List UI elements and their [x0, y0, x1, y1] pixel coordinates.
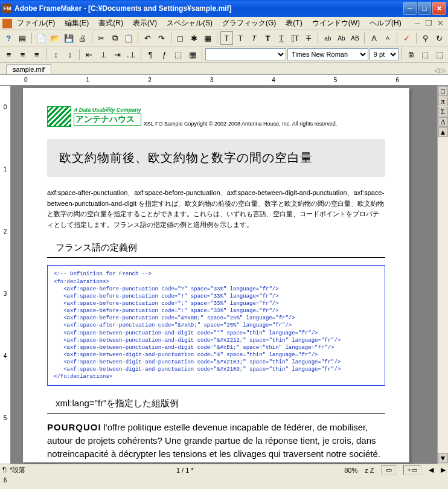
para-catalog-icon[interactable]: ¶	[144, 48, 157, 61]
attributes-icon[interactable]: ⬚	[433, 48, 446, 61]
borders-icon[interactable]: ▦	[186, 48, 199, 61]
catalog-icon[interactable]: ▤	[16, 31, 29, 45]
spacing-tight-icon[interactable]: ↕	[50, 48, 62, 61]
logo-row: A Data Usability Company アンテナハウス XSL FO …	[47, 106, 385, 127]
anchored-frame-icon[interactable]: ◻	[174, 31, 187, 45]
tab-center-icon[interactable]: ⊥	[97, 48, 109, 61]
dec-size-icon[interactable]: A	[382, 31, 394, 45]
section-heading-2: xml:lang="fr"を指定した組版例	[47, 397, 385, 414]
status-zz[interactable]: z Z	[365, 467, 374, 474]
scroll-up-icon[interactable]: ▲	[438, 127, 448, 137]
history-icon[interactable]: 🗎	[405, 48, 418, 61]
footnote-icon[interactable]: ✱	[188, 31, 200, 45]
tab-right-icon[interactable]: ⇥	[111, 48, 124, 61]
spellcheck-icon[interactable]: ✓	[400, 31, 413, 45]
vertical-ruler[interactable]: 0123456	[0, 86, 11, 464]
maximize-button[interactable]: □	[418, 2, 431, 15]
print-icon[interactable]: 🖨	[76, 31, 89, 45]
logo-jp: アンテナハウス	[74, 113, 141, 126]
tab-sample[interactable]: sample.mif	[6, 64, 51, 74]
new-icon[interactable]: 📄	[35, 31, 48, 45]
char-catalog-icon[interactable]: ƒ	[158, 48, 171, 61]
scroll-down-icon[interactable]: ▼	[438, 453, 448, 463]
help-icon[interactable]: ?	[2, 31, 15, 45]
strike-icon[interactable]: T	[302, 31, 315, 45]
font-size-combo[interactable]: 9 pt	[370, 48, 398, 60]
window-title: Adobe FrameMaker - [C:¥Documents and Set…	[14, 4, 403, 13]
equation-sigma-icon[interactable]: Σ	[438, 107, 448, 117]
repeat-find-icon[interactable]: ↻	[434, 31, 446, 45]
equation-delta-icon[interactable]: Δ	[438, 117, 448, 127]
uppercase-icon[interactable]: AB	[349, 31, 362, 45]
equation-pi-icon[interactable]: π	[438, 97, 448, 106]
body-paragraph: POURQUOI l'offre politique estelle deven…	[47, 421, 385, 462]
titlecase-icon[interactable]: Ab	[335, 31, 348, 45]
bold-icon[interactable]: T	[248, 31, 260, 45]
menu-file[interactable]: ファイル(F)	[12, 17, 60, 30]
spacing-wide-icon[interactable]: ↕	[63, 48, 76, 61]
font-combo[interactable]: Times New Roman	[287, 48, 368, 60]
mdi-restore-icon[interactable]: ❐	[423, 18, 434, 29]
mdi-minimize-icon[interactable]: ─	[413, 18, 422, 29]
scrollbar-track[interactable]	[438, 138, 448, 453]
status-scroll-right-icon[interactable]: ▶	[441, 466, 446, 474]
close-button[interactable]: ✕	[432, 2, 446, 15]
cut-icon[interactable]: ✂	[95, 31, 108, 45]
menu-help[interactable]: ヘルプ(H)	[365, 17, 406, 30]
text-frame-icon[interactable]: □	[438, 86, 448, 96]
code-block: <!-- Definition for French --> <fo:decla…	[47, 265, 385, 386]
change-bar-icon[interactable]: ⟦T	[289, 31, 301, 45]
status-scroll-left-icon[interactable]: ◀	[429, 466, 434, 474]
align-center-icon[interactable]: ≡	[16, 48, 29, 61]
menu-graphic[interactable]: グラフィック(G)	[217, 17, 281, 30]
redo-icon[interactable]: ↷	[155, 31, 168, 45]
align-right-icon[interactable]: ≡	[30, 48, 43, 61]
menu-window[interactable]: ウインドウ(W)	[307, 17, 365, 30]
menu-special[interactable]: スペシャル(S)	[162, 17, 217, 30]
logo-tagline: A Data Usability Company	[74, 107, 141, 113]
lowercase-icon[interactable]: ab	[321, 31, 334, 45]
underline-icon[interactable]: T	[275, 31, 288, 45]
status-box-1[interactable]: ▭	[382, 465, 396, 475]
tools-icon[interactable]: ⬚	[172, 48, 185, 61]
toolbar-main: ? ▤ 📄 📂 💾 🖨 ✂ ⧉ 📋 ↶ ↷ ◻ ✱ ▦ T T T T T ⟦T…	[0, 30, 448, 46]
toolbar-format: ≡ ≡ ≡ ↕ ↕ ⇤ ⊥ ⇥ .⊥ ¶ ƒ ⬚ ▦ Times New Rom…	[0, 46, 448, 63]
copy-icon[interactable]: ⧉	[109, 31, 121, 45]
workspace: 0123456 A Data Usability Company アンテナハウス…	[0, 86, 448, 464]
inc-size-icon[interactable]: A	[368, 31, 380, 45]
page: A Data Usability Company アンテナハウス XSL FO …	[23, 88, 409, 462]
text-symbols-icon[interactable]: T	[220, 31, 233, 45]
find-icon[interactable]: ⚲	[420, 31, 432, 45]
description-text: axf:space-after-punctuation、axf:space-be…	[47, 188, 385, 230]
menu-edit[interactable]: 編集(E)	[60, 17, 94, 30]
status-zoom[interactable]: 80%	[344, 467, 357, 474]
title-bar: FM Adobe FrameMaker - [C:¥Documents and …	[0, 0, 448, 17]
document-area[interactable]: A Data Usability Company アンテナハウス XSL FO …	[11, 86, 437, 464]
menu-view[interactable]: 表示(V)	[128, 17, 162, 30]
menu-bar: ファイル(F) 編集(E) 書式(R) 表示(V) スペシャル(S) グラフィッ…	[0, 17, 448, 30]
paste-icon[interactable]: 📋	[123, 31, 135, 45]
horizontal-ruler[interactable]: 0123456	[0, 75, 448, 86]
status-box-2[interactable]: +▭	[403, 465, 421, 475]
tab-decimal-icon[interactable]: .⊥	[125, 48, 138, 61]
minimize-button[interactable]: ─	[403, 2, 417, 15]
tab-scroll-right-icon[interactable]: ▷	[441, 66, 446, 74]
menu-table[interactable]: 表(T)	[281, 17, 307, 30]
tab-scroll-left-icon[interactable]: ◁	[434, 66, 439, 74]
plain-icon[interactable]: T	[234, 31, 247, 45]
table-icon[interactable]: ▦	[202, 31, 214, 45]
status-page[interactable]: 1 / 1 *	[176, 467, 194, 474]
title-block: 欧文約物前後、欧文約物と数字の間の空白量	[47, 139, 385, 177]
logo-icon	[47, 106, 71, 127]
save-icon[interactable]: 💾	[62, 31, 75, 45]
italic-icon[interactable]: T	[261, 31, 274, 45]
tab-left-icon[interactable]: ⇤	[83, 48, 95, 61]
element-catalog-icon[interactable]: ⬚	[419, 48, 432, 61]
align-left-icon[interactable]: ≡	[2, 48, 15, 61]
paragraph-style-combo[interactable]	[205, 48, 286, 60]
document-tabs: sample.mif ◁ ▷	[0, 63, 448, 75]
menu-format[interactable]: 書式(R)	[94, 17, 128, 30]
undo-icon[interactable]: ↶	[141, 31, 154, 45]
mdi-close-icon[interactable]: ✕	[435, 18, 446, 29]
open-icon[interactable]: 📂	[49, 31, 62, 45]
